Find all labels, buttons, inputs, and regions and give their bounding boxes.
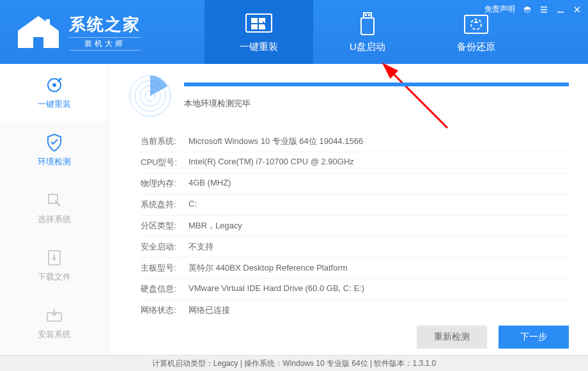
- info-value: 网络已连接: [189, 304, 230, 316]
- info-row: 当前系统:Microsoft Windows 10 专业版 64位 19044.…: [141, 131, 569, 152]
- info-value: 4GB (MHZ): [189, 178, 231, 189]
- body: 一键重装 环境检测 选择系统 下载文件 安装系统: [0, 64, 588, 355]
- info-table: 当前系统:Microsoft Windows 10 专业版 64位 19044.…: [128, 131, 569, 320]
- svg-marker-0: [18, 16, 59, 48]
- info-label: 网络状态:: [141, 304, 189, 316]
- svg-rect-10: [365, 14, 367, 16]
- info-label: CPU型号:: [141, 157, 189, 168]
- info-row: CPU型号:Intel(R) Core(TM) i7-10700 CPU @ 2…: [141, 152, 569, 173]
- svg-rect-8: [364, 13, 371, 18]
- svg-rect-4: [259, 18, 265, 23]
- tab-reinstall[interactable]: 一键重装: [205, 0, 313, 64]
- info-row: 主板型号:英特尔 440BX Desktop Reference Platfor…: [141, 258, 569, 279]
- content: 本地环境检测完毕 当前系统:Microsoft Windows 10 专业版 6…: [109, 64, 588, 355]
- sidebar-item-label: 选择系统: [38, 214, 71, 225]
- tab-label: 备份还原: [457, 41, 495, 53]
- menu-icon[interactable]: [539, 5, 548, 14]
- info-label: 安全启动:: [141, 241, 189, 253]
- tab-usb-boot[interactable]: U盘启动: [313, 0, 422, 64]
- info-row: 物理内存:4GB (MHZ): [141, 173, 569, 194]
- info-value: MBR，Legacy: [189, 220, 242, 232]
- brand-title: 系统之家: [69, 13, 141, 36]
- install-icon: [45, 306, 63, 325]
- disclaimer-link[interactable]: 免责声明: [484, 4, 515, 15]
- info-value: 英特尔 440BX Desktop Reference Platform: [189, 262, 348, 274]
- logo-area: 系统之家 装机大师: [0, 13, 205, 51]
- info-row: 系统盘符:C:: [141, 194, 569, 216]
- scan-status: 本地环境检测完毕: [184, 98, 569, 109]
- usb-icon: [358, 12, 377, 37]
- svg-marker-34: [52, 313, 57, 317]
- logo-icon: [13, 13, 64, 51]
- sidebar-item-label: 环境检测: [38, 156, 71, 168]
- sidebar-item-select-system[interactable]: 选择系统: [0, 179, 108, 237]
- minimize-icon[interactable]: [556, 5, 565, 14]
- close-icon[interactable]: [573, 5, 582, 14]
- svg-rect-11: [368, 14, 370, 16]
- info-value: C:: [189, 199, 197, 210]
- sidebar-item-label: 安装系统: [38, 329, 71, 340]
- rescan-button[interactable]: 重新检测: [417, 326, 487, 349]
- svg-rect-5: [251, 24, 258, 29]
- info-value: 不支持: [189, 241, 213, 253]
- select-icon: [46, 191, 63, 210]
- info-label: 硬盘信息:: [141, 283, 189, 295]
- backup-icon: [462, 12, 490, 37]
- svg-point-25: [52, 83, 56, 87]
- info-label: 当前系统:: [141, 136, 189, 147]
- next-button[interactable]: 下一步: [499, 326, 569, 349]
- windows-icon: [245, 12, 273, 37]
- svg-marker-31: [52, 258, 57, 261]
- target-icon: [46, 75, 63, 95]
- info-label: 系统盘符:: [141, 199, 189, 210]
- tab-label: U盘启动: [350, 41, 385, 53]
- info-label: 物理内存:: [141, 178, 189, 189]
- svg-rect-9: [361, 18, 374, 35]
- scan-row: 本地环境检测完毕: [128, 74, 569, 118]
- svg-rect-6: [259, 24, 265, 29]
- info-value: Microsoft Windows 10 专业版 64位 19044.1566: [189, 136, 363, 147]
- svg-rect-1: [46, 19, 50, 28]
- sidebar-item-label: 下载文件: [38, 271, 71, 283]
- header: 系统之家 装机大师 一键重装 U盘启动 备份还原 免责声明: [0, 0, 588, 64]
- footer-text: 计算机启动类型：Legacy | 操作系统：Windows 10 专业版 64位…: [152, 358, 436, 369]
- sidebar-item-download[interactable]: 下载文件: [0, 237, 108, 294]
- window-controls: 免责声明: [484, 4, 582, 15]
- svg-rect-12: [465, 15, 488, 33]
- sidebar-item-reinstall[interactable]: 一键重装: [0, 64, 108, 122]
- info-row: 网络状态:网络已连接: [141, 300, 569, 320]
- sidebar-item-install[interactable]: 安装系统: [0, 294, 108, 352]
- sidebar: 一键重装 环境检测 选择系统 下载文件 安装系统: [0, 64, 109, 355]
- info-label: 主板型号:: [141, 262, 189, 274]
- shield-icon: [46, 133, 63, 152]
- info-value: VMware Virtual IDE Hard Drive (60.0 GB, …: [189, 283, 364, 295]
- download-icon: [47, 248, 62, 267]
- graduate-icon[interactable]: [523, 5, 532, 14]
- svg-rect-3: [251, 18, 258, 23]
- info-value: Intel(R) Core(TM) i7-10700 CPU @ 2.90GHz: [189, 157, 354, 168]
- radar-icon: [128, 74, 173, 118]
- top-tabs: 一键重装 U盘启动 备份还原: [205, 0, 530, 64]
- footer: 计算机启动类型：Legacy | 操作系统：Windows 10 专业版 64位…: [0, 355, 588, 371]
- info-row: 分区类型:MBR，Legacy: [141, 216, 569, 237]
- tab-label: 一键重装: [240, 41, 278, 53]
- svg-marker-14: [474, 20, 479, 23]
- actions: 重新检测 下一步: [417, 326, 569, 349]
- sidebar-item-env-check[interactable]: 环境检测: [0, 122, 108, 179]
- info-row: 安全启动:不支持: [141, 237, 569, 258]
- info-row: 硬盘信息:VMware Virtual IDE Hard Drive (60.0…: [141, 279, 569, 300]
- info-label: 分区类型:: [141, 220, 189, 232]
- brand-subtitle: 装机大师: [69, 37, 141, 51]
- progress-bar: [184, 83, 569, 86]
- sidebar-item-label: 一键重装: [38, 99, 71, 110]
